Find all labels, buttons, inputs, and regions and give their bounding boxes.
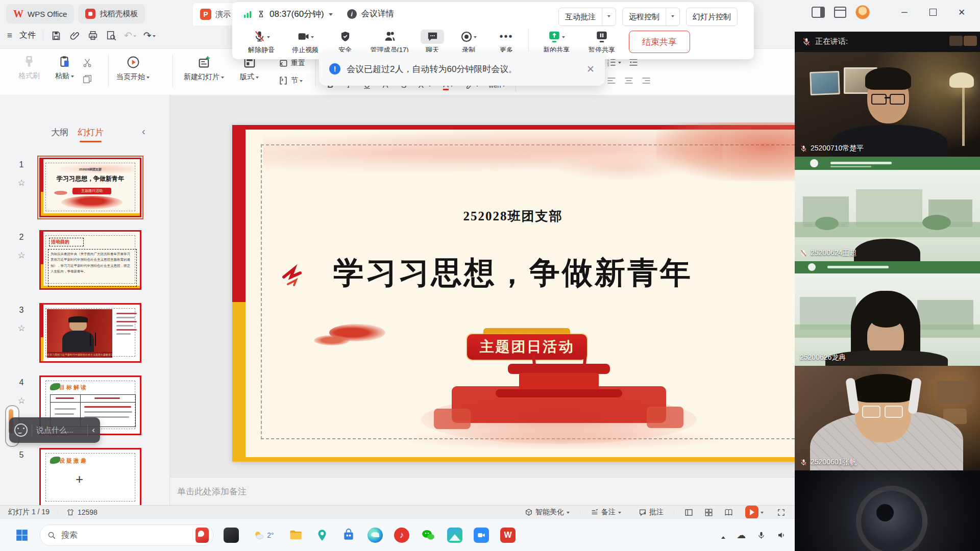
annotate-button[interactable]: 互动批注: [558, 8, 616, 26]
slide-thumbnail-5[interactable]: 设疑激趣: [39, 448, 141, 505]
meeting-details-link[interactable]: 会议详情: [361, 9, 394, 19]
remote-dropdown-icon[interactable]: [666, 8, 679, 26]
maximize-button[interactable]: [919, 9, 947, 16]
manage-members-button[interactable]: 管理成员(17): [363, 30, 416, 55]
timer-dropdown-icon[interactable]: [329, 13, 333, 18]
slide-dept-text[interactable]: 252028班团支部: [232, 208, 794, 224]
end-share-button[interactable]: 结束共享: [629, 31, 690, 53]
record-dropdown-icon[interactable]: [474, 36, 477, 40]
copy-icon[interactable]: [82, 73, 93, 85]
chat-collapse-button[interactable]: ‹: [92, 425, 95, 435]
video-tile-4[interactable]: 25200601张帆: [795, 366, 980, 471]
video-tile-1[interactable]: 25200710常楚平: [795, 52, 980, 158]
slide-4-star-icon[interactable]: ☆: [15, 395, 28, 406]
video-tile-3[interactable]: 25200626龙冉: [795, 261, 980, 367]
netease-music-icon[interactable]: ♪: [391, 524, 412, 546]
smart-beautify-button[interactable]: 智能美化: [525, 508, 570, 517]
reset-button[interactable]: 重置: [278, 58, 305, 68]
hamburger-icon[interactable]: ≡: [7, 31, 12, 41]
tray-volume-icon[interactable]: [777, 531, 786, 540]
maps-app-icon[interactable]: [311, 524, 333, 546]
redo-button[interactable]: ↷: [143, 30, 156, 41]
reading-view-icon[interactable]: [724, 508, 733, 517]
app-icon-dark-preview[interactable]: [220, 524, 242, 546]
start-button[interactable]: [15, 529, 29, 542]
align-center-icon[interactable]: [624, 76, 634, 86]
avatar[interactable]: [855, 5, 870, 19]
tab-wps-home[interactable]: W WPS Office: [6, 4, 74, 23]
annotate-dropdown-icon[interactable]: [602, 8, 616, 26]
slide-sorter-view-icon[interactable]: [704, 508, 713, 517]
export-pdf-icon[interactable]: [69, 30, 80, 41]
slide-thumbnail-2[interactable]: 活动目的 为响应共青团中央《关于面向广大团员和青年开展学习贯彻习近平新时代中国特…: [39, 230, 141, 290]
undo-button[interactable]: ↶: [124, 30, 136, 41]
print-preview-icon[interactable]: [106, 30, 117, 41]
align-left-icon[interactable]: [606, 76, 617, 86]
normal-view-icon[interactable]: [684, 508, 693, 517]
section-button[interactable]: 节: [278, 76, 303, 86]
edge-browser-icon[interactable]: [364, 524, 386, 546]
emoji-icon[interactable]: [14, 423, 28, 437]
mic-dropdown-icon[interactable]: [267, 36, 270, 40]
notes-pane[interactable]: 单击此处添加备注: [170, 477, 795, 506]
stop-video-button[interactable]: 停止视频: [283, 30, 327, 55]
meeting-app-icon[interactable]: [471, 524, 492, 546]
align-right-icon[interactable]: [641, 76, 651, 86]
chat-quick-input[interactable]: 说点什么... ‹: [9, 417, 100, 443]
slide-control-button[interactable]: 幻灯片控制: [686, 8, 738, 26]
slide-thumbnail-1[interactable]: 252028班团支部 学习习思想，争做新青年 主题团日活动: [39, 158, 141, 217]
play-slideshow-button[interactable]: [745, 506, 764, 519]
remote-control-button[interactable]: 远程控制: [622, 8, 680, 26]
slide-2-star-icon[interactable]: ☆: [15, 250, 28, 261]
tab-outline[interactable]: 大纲: [51, 127, 68, 138]
save-icon[interactable]: [51, 30, 62, 41]
new-share-button[interactable]: 新的共享: [533, 30, 580, 55]
tab-slides[interactable]: 幻灯片: [78, 127, 104, 138]
camera-dropdown-icon[interactable]: [311, 36, 314, 40]
onedrive-cloud-icon[interactable]: ☁: [737, 530, 746, 541]
play-from-current-button[interactable]: 当页开始: [116, 55, 150, 82]
security-button[interactable]: 安全: [327, 30, 363, 55]
collapse-panel-button[interactable]: ‹: [142, 126, 145, 137]
paste-button[interactable]: 粘贴: [55, 55, 74, 81]
add-slide-button[interactable]: +: [76, 471, 83, 487]
fullscreen-icon[interactable]: [777, 508, 786, 517]
comments-button[interactable]: 批注: [639, 508, 664, 517]
print-icon[interactable]: [87, 30, 99, 41]
close-button[interactable]: ✕: [947, 7, 976, 18]
weather-widget[interactable]: 2°: [247, 524, 280, 546]
resource-box-icon[interactable]: [834, 7, 846, 18]
taskbar-search[interactable]: 搜索: [40, 524, 213, 546]
pause-share-button[interactable]: 暂停共享: [580, 30, 624, 55]
slide-1-star-icon[interactable]: ☆: [15, 178, 28, 188]
format-painter-button[interactable]: 格式刷: [18, 55, 40, 81]
slide-banner[interactable]: 主题团日活动: [467, 334, 587, 360]
record-button[interactable]: 录制: [449, 30, 488, 55]
wps-app-icon[interactable]: W: [497, 524, 519, 546]
toast-close-button[interactable]: ✕: [586, 63, 595, 75]
file-explorer-icon[interactable]: [285, 524, 306, 546]
cut-icon[interactable]: [82, 57, 93, 68]
tray-mic-icon[interactable]: [757, 531, 766, 540]
slide-thumbnail-3[interactable]: 在学习贯彻习近平新时代中国特色社会主义思想主题教育工作会议上的讲话: [39, 303, 141, 363]
tab-docer-templates[interactable]: 找稻壳模板: [78, 4, 145, 23]
video-tile-2[interactable]: 25200624王超: [795, 157, 980, 262]
file-menu[interactable]: 文件: [19, 30, 36, 41]
docs-app-icon[interactable]: [444, 524, 465, 546]
tray-chevron-up-icon[interactable]: [721, 534, 725, 539]
microsoft-store-icon[interactable]: [338, 524, 359, 546]
wechat-icon[interactable]: [418, 524, 439, 546]
more-button[interactable]: ••• 更多: [488, 30, 524, 55]
template-count[interactable]: 12598: [66, 508, 97, 516]
minimize-button[interactable]: ─: [890, 8, 919, 17]
slide-canvas[interactable]: 252028班团支部 学习习思想，争做新青年 主题团日活动: [232, 125, 809, 462]
split-view-icon[interactable]: [812, 7, 825, 18]
unmute-button[interactable]: 解除静音: [239, 30, 283, 55]
chat-button[interactable]: 聊天: [416, 30, 449, 55]
share-dropdown-icon[interactable]: [562, 36, 565, 40]
slide-title-text[interactable]: 学习习思想，争做新青年: [232, 253, 794, 294]
slide-3-star-icon[interactable]: ☆: [15, 323, 28, 334]
video-tile-5[interactable]: [795, 470, 980, 551]
notes-button[interactable]: 备注: [591, 508, 621, 517]
new-slide-button[interactable]: 新建幻灯片: [184, 55, 224, 82]
